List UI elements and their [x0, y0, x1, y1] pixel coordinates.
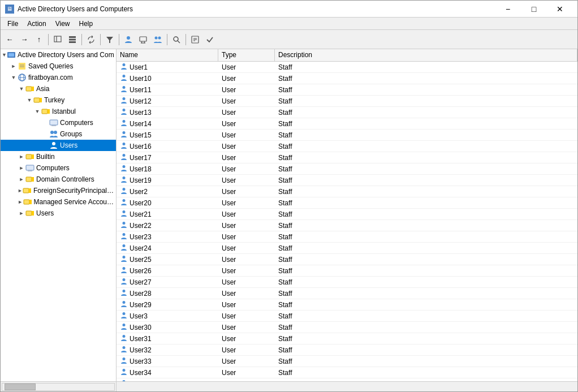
dc-expand[interactable]: ► [18, 176, 25, 182]
maximize-button[interactable]: □ [521, 1, 547, 18]
menu-view[interactable]: View [51, 19, 75, 29]
firatboyan-expand[interactable]: ▼ [10, 75, 18, 80]
tb-forward[interactable]: → [18, 33, 31, 46]
cell-name: User34 [117, 367, 218, 378]
tb-list[interactable] [66, 33, 79, 46]
tree-hscroll[interactable] [1, 382, 117, 391]
list-row[interactable]: User19UserStaff [117, 175, 577, 186]
list-row[interactable]: User3UserStaff [117, 311, 577, 322]
asia-expand[interactable]: ▼ [18, 86, 25, 92]
tree-panel[interactable]: ▼ Active Directory Users and Com ► Saved… [1, 49, 117, 381]
svg-point-55 [123, 120, 126, 123]
tree-users-sub[interactable]: ► Users [1, 140, 116, 151]
tb-delegate[interactable] [203, 33, 217, 46]
tree-builtin[interactable]: ► Builtin [1, 151, 116, 162]
list-row[interactable]: User15UserStaff [117, 130, 577, 141]
tree-computers-label: Computers [36, 164, 70, 172]
list-row[interactable]: User12UserStaff [117, 96, 577, 107]
root-expand-icon[interactable]: ▼ [2, 52, 7, 58]
cell-description: Staff [275, 266, 577, 275]
menu-action[interactable]: Action [23, 19, 50, 29]
tb-computers[interactable] [136, 33, 150, 46]
svg-point-56 [123, 131, 126, 134]
list-row[interactable]: User29UserStaff [117, 299, 577, 311]
list-row[interactable]: User30UserStaff [117, 322, 577, 333]
list-row[interactable]: User21UserStaff [117, 209, 577, 220]
tree-foreign-security[interactable]: ► ForeignSecurityPrincipal… [1, 185, 116, 196]
list-row[interactable]: User14UserStaff [117, 118, 577, 130]
saved-queries-expand[interactable]: ► [10, 63, 18, 69]
tree-computers[interactable]: ► Computers [1, 162, 116, 174]
list-row[interactable]: User27UserStaff [117, 277, 577, 288]
list-row[interactable]: User33UserStaff [117, 356, 577, 367]
minimize-button[interactable]: − [495, 1, 521, 18]
computers-expand[interactable]: ► [18, 165, 25, 171]
list-row[interactable]: User17UserStaff [117, 152, 577, 163]
list-row[interactable]: User31UserStaff [117, 333, 577, 344]
svg-point-12 [158, 36, 161, 39]
list-row[interactable]: User20UserStaff [117, 197, 577, 209]
tree-computers-sub[interactable]: ► Computers [1, 117, 116, 128]
list-row[interactable]: User10UserStaff [117, 73, 577, 84]
list-row[interactable]: User13UserStaff [117, 107, 577, 118]
ms-expand[interactable]: ► [18, 199, 23, 205]
tree-istanbul[interactable]: ▼ Istanbul [1, 106, 116, 117]
svg-rect-38 [26, 154, 32, 159]
list-body[interactable]: User1UserStaffUser10UserStaffUser11UserS… [117, 62, 577, 381]
builtin-expand[interactable]: ► [18, 154, 25, 160]
tree-domain-controllers[interactable]: ► Domain Controllers [1, 174, 116, 185]
tb-sep4 [119, 34, 119, 45]
cell-type: User [218, 244, 275, 253]
user-name-text: User2 [130, 188, 148, 196]
list-row[interactable]: User26UserStaff [117, 265, 577, 277]
tb-groups[interactable] [151, 33, 165, 46]
list-row[interactable]: User24UserStaff [117, 243, 577, 254]
tree-saved-queries[interactable]: ► Saved Queries [1, 61, 116, 72]
user-name-text: User24 [130, 244, 152, 252]
list-row[interactable]: User25UserStaff [117, 254, 577, 265]
list-row[interactable]: User34UserStaff [117, 367, 577, 378]
tb-users[interactable] [122, 33, 135, 46]
list-row[interactable]: User18UserStaff [117, 163, 577, 175]
svg-rect-33 [50, 120, 58, 125]
tb-filter[interactable] [103, 33, 117, 46]
col-header-name[interactable]: Name [117, 49, 218, 61]
tb-refresh[interactable] [84, 33, 98, 46]
svg-marker-28 [32, 87, 34, 91]
list-row[interactable]: User22UserStaff [117, 220, 577, 231]
tree-asia[interactable]: ▼ Asia [1, 83, 116, 94]
list-row[interactable]: User23UserStaff [117, 231, 577, 243]
tree-turkey[interactable]: ▼ Turkey [1, 94, 116, 106]
fsp-expand[interactable]: ► [18, 188, 23, 193]
tree-firatboyan[interactable]: ▼ firatboyan.com [1, 72, 116, 83]
cell-description: Staff [275, 244, 577, 253]
svg-point-73 [123, 324, 126, 326]
turkey-expand[interactable]: ▼ [25, 97, 33, 103]
title-bar-buttons: − □ ✕ [495, 1, 573, 18]
menu-file[interactable]: File [3, 19, 23, 29]
col-header-type[interactable]: Type [218, 49, 275, 61]
menu-help[interactable]: Help [75, 19, 98, 29]
tree-root[interactable]: ▼ Active Directory Users and Com [1, 49, 116, 61]
cell-name: User20 [117, 197, 218, 208]
tb-up[interactable]: ↑ [32, 33, 46, 46]
istanbul-expand[interactable]: ▼ [33, 109, 41, 114]
tree-users[interactable]: ► Users [1, 208, 116, 219]
list-row[interactable]: User1UserStaff [117, 62, 577, 73]
col-header-description[interactable]: Description [275, 49, 577, 61]
tb-search[interactable] [170, 33, 183, 46]
list-row[interactable]: User11UserStaff [117, 84, 577, 96]
tb-properties[interactable] [188, 33, 202, 46]
tree-managed-service[interactable]: ► Managed Service Accou… [1, 196, 116, 208]
list-row[interactable]: User28UserStaff [117, 288, 577, 299]
list-row[interactable]: User16UserStaff [117, 141, 577, 152]
tb-back[interactable]: ← [3, 33, 16, 46]
tree-groups[interactable]: ► Groups [1, 128, 116, 140]
svg-point-35 [50, 131, 54, 134]
tb-show-hide[interactable] [51, 33, 64, 46]
list-row[interactable]: User32UserStaff [117, 344, 577, 356]
list-row[interactable]: User2UserStaff [117, 186, 577, 197]
close-button[interactable]: ✕ [547, 1, 573, 18]
tree-fsp-label: ForeignSecurityPrincipal… [33, 187, 114, 195]
users-expand[interactable]: ► [18, 210, 25, 216]
